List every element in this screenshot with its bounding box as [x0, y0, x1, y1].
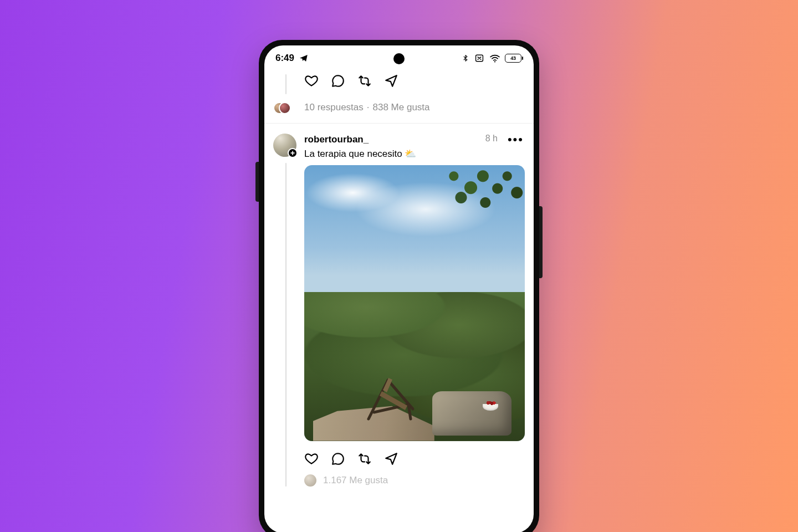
- wifi-icon: [489, 54, 500, 63]
- comment-icon[interactable]: [331, 74, 345, 88]
- battery-level: 43: [510, 55, 515, 61]
- avatar-mini-icon: [304, 474, 316, 487]
- status-time: 6:49: [275, 53, 294, 64]
- phone-shell: 6:49 43: [259, 40, 539, 532]
- gradient-stage: 6:49 43: [0, 0, 798, 532]
- telegram-icon: [299, 53, 309, 63]
- post-timestamp: 8 h: [485, 134, 501, 144]
- feed-content[interactable]: 10 respuestas · 838 Me gusta + robertour…: [264, 71, 534, 487]
- repost-icon[interactable]: [357, 452, 372, 466]
- replies-count: 10 respuestas: [304, 102, 364, 114]
- avatar-mini-icon: [279, 102, 291, 114]
- follow-plus-icon[interactable]: +: [288, 148, 298, 158]
- deckchair-icon: [357, 358, 424, 424]
- post-stats-row[interactable]: 1.167 Me gusta: [304, 474, 525, 487]
- prev-post-stats[interactable]: 10 respuestas · 838 Me gusta: [304, 102, 525, 114]
- like-icon[interactable]: [304, 74, 319, 88]
- bluetooth-icon: [462, 53, 469, 63]
- post-image[interactable]: [304, 165, 525, 441]
- stats-separator: ·: [367, 102, 370, 114]
- comment-icon[interactable]: [331, 452, 345, 466]
- like-icon[interactable]: [304, 452, 319, 466]
- post: + robertourban_ La terapia que necesito …: [273, 124, 525, 487]
- share-icon[interactable]: [384, 452, 398, 466]
- author-avatar[interactable]: +: [273, 134, 296, 157]
- svg-point-1: [494, 61, 495, 62]
- vibrate-icon: [474, 54, 485, 63]
- likes-count: 838 Me gusta: [373, 102, 430, 114]
- camera-cutout: [393, 53, 405, 64]
- post-caption: La terapia que necesito ⛅: [304, 148, 480, 160]
- repliers-avatar-stack[interactable]: [273, 102, 290, 114]
- share-icon[interactable]: [384, 74, 398, 88]
- post-likes-count: 1.167 Me gusta: [323, 475, 388, 486]
- battery-icon: 43: [505, 54, 521, 63]
- prev-post-action-row: [304, 71, 525, 91]
- author-username[interactable]: robertourban_: [304, 134, 480, 146]
- thread-rail: [285, 163, 287, 487]
- phone-screen: 6:49 43: [264, 45, 534, 532]
- thread-rail: [285, 74, 287, 94]
- post-action-row: [304, 449, 525, 469]
- repost-icon[interactable]: [357, 74, 372, 88]
- more-options-button[interactable]: •••: [507, 134, 525, 146]
